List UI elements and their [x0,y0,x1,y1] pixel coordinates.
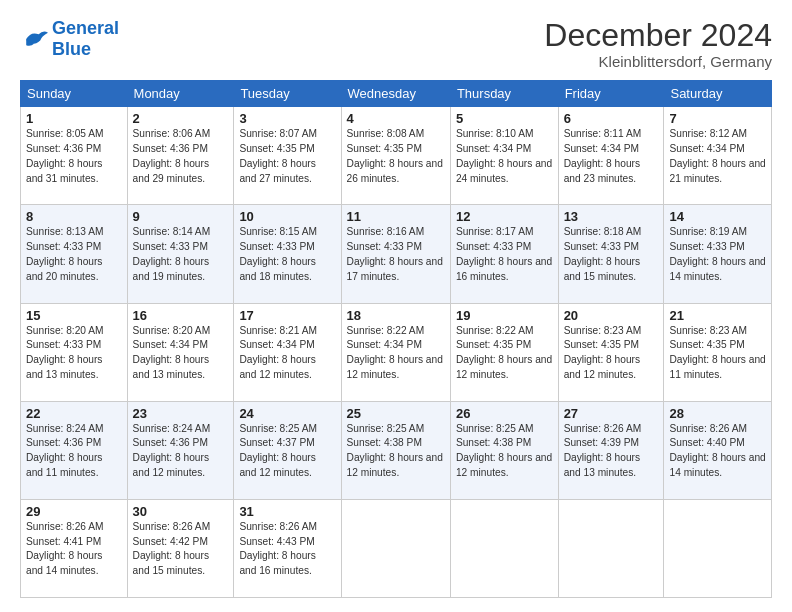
table-row: 7 Sunrise: 8:12 AM Sunset: 4:34 PM Dayli… [664,107,772,205]
table-row: 6 Sunrise: 8:11 AM Sunset: 4:34 PM Dayli… [558,107,664,205]
table-row: 28 Sunrise: 8:26 AM Sunset: 4:40 PM Dayl… [664,401,772,499]
day-number: 17 [239,308,335,323]
table-row: 27 Sunrise: 8:26 AM Sunset: 4:39 PM Dayl… [558,401,664,499]
day-number: 31 [239,504,335,519]
col-monday: Monday [127,81,234,107]
day-info: Sunrise: 8:25 AM Sunset: 4:38 PM Dayligh… [347,422,445,481]
table-row: 24 Sunrise: 8:25 AM Sunset: 4:37 PM Dayl… [234,401,341,499]
day-number: 6 [564,111,659,126]
day-number: 23 [133,406,229,421]
title-block: December 2024 Kleinblittersdorf, Germany [544,18,772,70]
day-number: 9 [133,209,229,224]
day-info: Sunrise: 8:15 AM Sunset: 4:33 PM Dayligh… [239,225,335,284]
day-info: Sunrise: 8:18 AM Sunset: 4:33 PM Dayligh… [564,225,659,284]
day-info: Sunrise: 8:20 AM Sunset: 4:34 PM Dayligh… [133,324,229,383]
table-row: 19 Sunrise: 8:22 AM Sunset: 4:35 PM Dayl… [450,303,558,401]
day-info: Sunrise: 8:17 AM Sunset: 4:33 PM Dayligh… [456,225,553,284]
day-info: Sunrise: 8:22 AM Sunset: 4:34 PM Dayligh… [347,324,445,383]
day-info: Sunrise: 8:07 AM Sunset: 4:35 PM Dayligh… [239,127,335,186]
day-number: 25 [347,406,445,421]
day-info: Sunrise: 8:25 AM Sunset: 4:37 PM Dayligh… [239,422,335,481]
day-number: 26 [456,406,553,421]
table-row [450,499,558,597]
table-row: 17 Sunrise: 8:21 AM Sunset: 4:34 PM Dayl… [234,303,341,401]
month-title: December 2024 [544,18,772,53]
day-number: 14 [669,209,766,224]
day-number: 10 [239,209,335,224]
table-row [664,499,772,597]
day-number: 20 [564,308,659,323]
day-number: 29 [26,504,122,519]
day-number: 18 [347,308,445,323]
table-row: 2 Sunrise: 8:06 AM Sunset: 4:36 PM Dayli… [127,107,234,205]
day-number: 8 [26,209,122,224]
table-row: 30 Sunrise: 8:26 AM Sunset: 4:42 PM Dayl… [127,499,234,597]
day-number: 2 [133,111,229,126]
day-number: 19 [456,308,553,323]
col-wednesday: Wednesday [341,81,450,107]
day-info: Sunrise: 8:24 AM Sunset: 4:36 PM Dayligh… [26,422,122,481]
table-row: 8 Sunrise: 8:13 AM Sunset: 4:33 PM Dayli… [21,205,128,303]
table-row: 9 Sunrise: 8:14 AM Sunset: 4:33 PM Dayli… [127,205,234,303]
logo-icon [20,28,48,50]
day-info: Sunrise: 8:20 AM Sunset: 4:33 PM Dayligh… [26,324,122,383]
table-row: 23 Sunrise: 8:24 AM Sunset: 4:36 PM Dayl… [127,401,234,499]
day-number: 30 [133,504,229,519]
day-info: Sunrise: 8:10 AM Sunset: 4:34 PM Dayligh… [456,127,553,186]
day-number: 5 [456,111,553,126]
day-info: Sunrise: 8:23 AM Sunset: 4:35 PM Dayligh… [669,324,766,383]
table-row: 22 Sunrise: 8:24 AM Sunset: 4:36 PM Dayl… [21,401,128,499]
day-info: Sunrise: 8:19 AM Sunset: 4:33 PM Dayligh… [669,225,766,284]
col-saturday: Saturday [664,81,772,107]
table-row: 11 Sunrise: 8:16 AM Sunset: 4:33 PM Dayl… [341,205,450,303]
day-info: Sunrise: 8:08 AM Sunset: 4:35 PM Dayligh… [347,127,445,186]
day-info: Sunrise: 8:06 AM Sunset: 4:36 PM Dayligh… [133,127,229,186]
day-info: Sunrise: 8:23 AM Sunset: 4:35 PM Dayligh… [564,324,659,383]
table-row: 16 Sunrise: 8:20 AM Sunset: 4:34 PM Dayl… [127,303,234,401]
table-row: 13 Sunrise: 8:18 AM Sunset: 4:33 PM Dayl… [558,205,664,303]
day-info: Sunrise: 8:25 AM Sunset: 4:38 PM Dayligh… [456,422,553,481]
table-row: 15 Sunrise: 8:20 AM Sunset: 4:33 PM Dayl… [21,303,128,401]
calendar-table: Sunday Monday Tuesday Wednesday Thursday… [20,80,772,598]
table-row: 4 Sunrise: 8:08 AM Sunset: 4:35 PM Dayli… [341,107,450,205]
col-friday: Friday [558,81,664,107]
day-info: Sunrise: 8:26 AM Sunset: 4:42 PM Dayligh… [133,520,229,579]
day-info: Sunrise: 8:22 AM Sunset: 4:35 PM Dayligh… [456,324,553,383]
day-number: 21 [669,308,766,323]
day-info: Sunrise: 8:26 AM Sunset: 4:40 PM Dayligh… [669,422,766,481]
day-number: 13 [564,209,659,224]
col-thursday: Thursday [450,81,558,107]
logo: General Blue [20,18,119,59]
table-row: 25 Sunrise: 8:25 AM Sunset: 4:38 PM Dayl… [341,401,450,499]
calendar-header-row: Sunday Monday Tuesday Wednesday Thursday… [21,81,772,107]
day-number: 22 [26,406,122,421]
day-info: Sunrise: 8:26 AM Sunset: 4:41 PM Dayligh… [26,520,122,579]
table-row: 29 Sunrise: 8:26 AM Sunset: 4:41 PM Dayl… [21,499,128,597]
table-row: 1 Sunrise: 8:05 AM Sunset: 4:36 PM Dayli… [21,107,128,205]
day-number: 12 [456,209,553,224]
table-row: 10 Sunrise: 8:15 AM Sunset: 4:33 PM Dayl… [234,205,341,303]
day-number: 7 [669,111,766,126]
day-number: 3 [239,111,335,126]
day-number: 4 [347,111,445,126]
day-info: Sunrise: 8:12 AM Sunset: 4:34 PM Dayligh… [669,127,766,186]
page: General Blue December 2024 Kleinblitters… [0,0,792,612]
day-info: Sunrise: 8:24 AM Sunset: 4:36 PM Dayligh… [133,422,229,481]
table-row: 14 Sunrise: 8:19 AM Sunset: 4:33 PM Dayl… [664,205,772,303]
table-row: 31 Sunrise: 8:26 AM Sunset: 4:43 PM Dayl… [234,499,341,597]
day-info: Sunrise: 8:21 AM Sunset: 4:34 PM Dayligh… [239,324,335,383]
day-number: 1 [26,111,122,126]
logo-text: General Blue [52,18,119,59]
day-number: 28 [669,406,766,421]
header: General Blue December 2024 Kleinblitters… [20,18,772,70]
col-sunday: Sunday [21,81,128,107]
day-info: Sunrise: 8:16 AM Sunset: 4:33 PM Dayligh… [347,225,445,284]
table-row: 18 Sunrise: 8:22 AM Sunset: 4:34 PM Dayl… [341,303,450,401]
day-info: Sunrise: 8:13 AM Sunset: 4:33 PM Dayligh… [26,225,122,284]
table-row: 5 Sunrise: 8:10 AM Sunset: 4:34 PM Dayli… [450,107,558,205]
day-info: Sunrise: 8:26 AM Sunset: 4:43 PM Dayligh… [239,520,335,579]
day-number: 27 [564,406,659,421]
day-number: 24 [239,406,335,421]
day-number: 11 [347,209,445,224]
col-tuesday: Tuesday [234,81,341,107]
